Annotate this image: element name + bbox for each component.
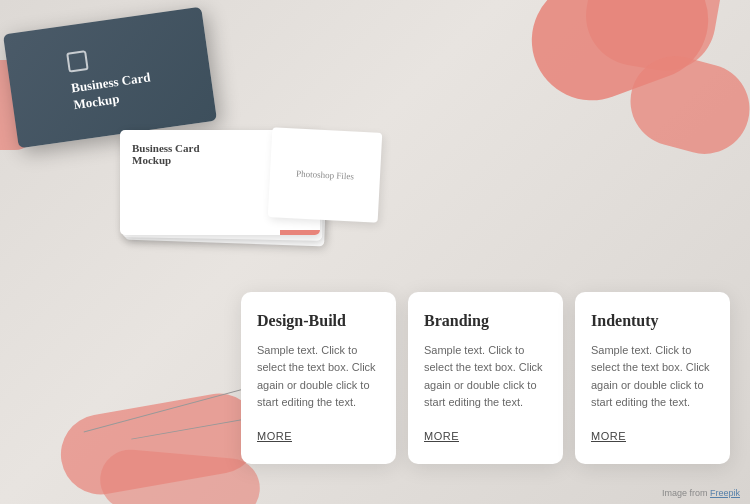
image-credit-prefix: Image from bbox=[662, 488, 710, 498]
card-logo-box bbox=[66, 50, 89, 73]
image-credit-link[interactable]: Freepik bbox=[710, 488, 740, 498]
service-title-design-build: Design-Build bbox=[257, 312, 380, 330]
photoshop-label: Photoshop Files bbox=[296, 168, 354, 181]
card-accent bbox=[280, 230, 320, 235]
image-credit: Image from Freepik bbox=[662, 488, 740, 498]
services-container: Design-Build Sample text. Click to selec… bbox=[241, 292, 730, 464]
service-text-branding: Sample text. Click to select the text bo… bbox=[424, 342, 547, 412]
service-text-indentuty: Sample text. Click to select the text bo… bbox=[591, 342, 714, 412]
service-card-indentuty: Indentuty Sample text. Click to select t… bbox=[575, 292, 730, 464]
more-link-branding[interactable]: MORE bbox=[424, 430, 459, 442]
more-link-indentuty[interactable]: MORE bbox=[591, 430, 626, 442]
service-title-indentuty: Indentuty bbox=[591, 312, 714, 330]
service-card-design-build: Design-Build Sample text. Click to selec… bbox=[241, 292, 396, 464]
more-link-design-build[interactable]: MORE bbox=[257, 430, 292, 442]
service-title-branding: Branding bbox=[424, 312, 547, 330]
service-card-branding: Branding Sample text. Click to select th… bbox=[408, 292, 563, 464]
card-dark-title: Business CardMockup bbox=[70, 69, 154, 114]
photoshop-tag: Photoshop Files bbox=[268, 127, 383, 223]
service-text-design-build: Sample text. Click to select the text bo… bbox=[257, 342, 380, 412]
